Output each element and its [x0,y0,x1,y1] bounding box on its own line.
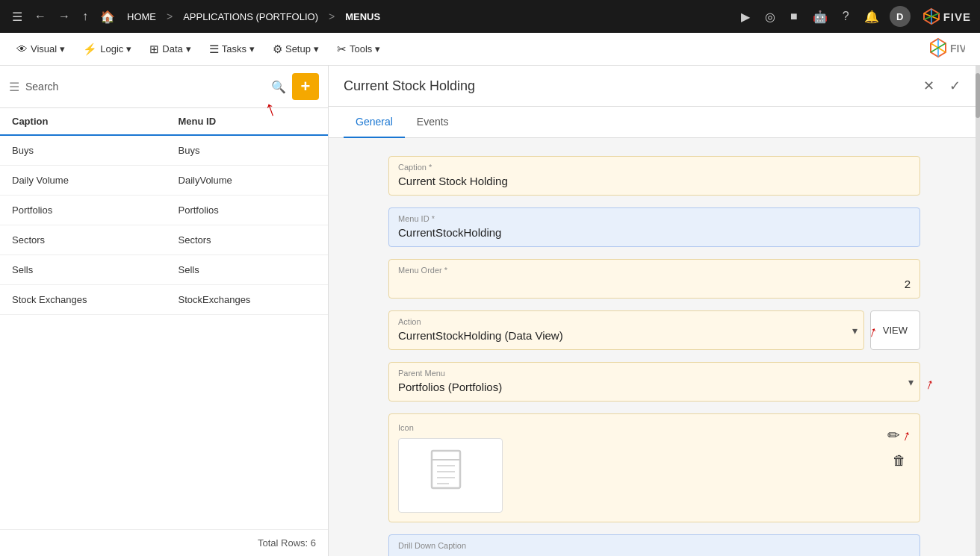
stop-icon[interactable]: ■ [786,10,802,23]
cell-menu-id: Buys [167,135,328,166]
breadcrumb-sep-2: > [329,10,335,22]
drill-down-value[interactable] [398,553,911,556]
svg-text:FIVE: FIVE [950,43,965,54]
toolbar-logic[interactable]: ⚡ Logic ▾ [75,38,139,60]
toolbar-setup[interactable]: ⚙ Setup ▾ [265,38,326,60]
panel-header: Current Stock Holding ✕ ✓ [329,66,980,107]
icon-delete-btn[interactable]: 🗑 [893,453,906,469]
user-avatar[interactable]: D [890,6,911,27]
right-panel: Current Stock Holding ✕ ✓ General Events… [329,66,980,556]
scrollbar-thumb[interactable] [976,73,980,118]
parent-menu-value[interactable]: Portfolios (Portfolios) [398,381,893,393]
tasks-icon: ☰ [209,43,219,56]
table-header: Caption Menu ID [0,108,328,135]
toolbar-visual[interactable]: 👁 Visual ▾ [9,38,72,60]
icon-edit-arrow: ↑ [900,425,913,444]
table-row[interactable]: Buys Buys [0,135,328,166]
menu-order-label: Menu Order * [398,266,911,275]
tab-general[interactable]: General [344,107,405,138]
parent-menu-chevron[interactable]: ▾ [908,376,914,388]
panel-title: Current Stock Holding [344,78,475,94]
main-content: ☰ 🔍 + ↑ Caption Menu ID Buys Buys Daily … [0,66,980,556]
search-input[interactable] [25,81,265,93]
five-logo: FIVE [922,7,971,25]
action-label: Action [398,317,837,326]
up-btn[interactable]: ↑ [79,7,91,26]
visual-chevron: ▾ [60,43,65,54]
menu-order-value[interactable]: 2 [398,278,911,290]
action-chevron[interactable]: ▾ [852,325,858,337]
search-bar: ☰ 🔍 + ↑ [0,66,328,108]
table-row[interactable]: Sectors Sectors [0,225,328,255]
list-footer: Total Rows: 6 [0,529,328,556]
icon-preview-svg [428,449,473,502]
tasks-label: Tasks [222,43,246,54]
app-label[interactable]: APPLICATIONS (PORTFOLIO) [180,11,321,22]
menu-order-field: Menu Order * 2 [388,259,920,299]
caption-value[interactable]: Current Stock Holding [398,175,911,187]
icon-label: Icon [398,423,875,432]
left-panel: ☰ 🔍 + ↑ Caption Menu ID Buys Buys Daily … [0,66,329,556]
back-btn[interactable]: ← [31,7,49,26]
drill-down-field: Drill Down Caption [388,534,920,556]
icon-preview [398,438,503,513]
cell-menu-id: Sectors [167,225,328,255]
parent-menu-wrap: Parent Menu Portfolios (Portfolios) ▾ ↑ [388,362,920,402]
current-label[interactable]: MENUS [342,11,383,22]
logic-chevron: ▾ [126,43,131,54]
menu-icon[interactable]: ☰ [9,7,25,27]
add-button[interactable]: + [292,73,319,100]
home-label[interactable]: HOME [124,11,159,22]
icon-field-content: Icon [398,423,875,513]
icon-edit-btn[interactable]: ✏ [887,426,900,444]
top-nav: ☰ ← → ↑ 🏠 HOME > APPLICATIONS (PORTFOLIO… [0,0,980,33]
cell-caption: Stock Exchanges [0,285,167,315]
home-icon[interactable]: 🏠 [97,7,118,27]
visual-icon: 👁 [16,43,28,55]
forward-btn[interactable]: → [55,7,73,26]
toolbar-five-logo: FIVE [928,37,965,61]
toolbar-tasks[interactable]: ☰ Tasks ▾ [202,38,262,60]
toolbar-tools[interactable]: ✂ Tools ▾ [329,38,388,60]
five-logo-text: FIVE [943,10,971,23]
caption-label: Caption * [398,163,911,172]
toolbar-data[interactable]: ⊞ Data ▾ [142,38,198,60]
cell-caption: Portfolios [0,196,167,225]
drill-down-label: Drill Down Caption [398,541,911,550]
bell-icon[interactable]: 🔔 [860,10,884,24]
tools-chevron: ▾ [375,43,380,54]
tools-icon: ✂ [337,43,347,56]
tools-label: Tools [350,43,372,54]
cell-caption: Daily Volume [0,166,167,196]
view-button[interactable]: VIEW [870,310,920,350]
robot-icon[interactable]: 🤖 [808,10,832,24]
panel-actions: ✕ ✓ [919,76,965,96]
confirm-btn[interactable]: ✓ [945,76,965,96]
play-icon[interactable]: ▶ [736,10,754,24]
logic-label: Logic [100,43,123,54]
action-value[interactable]: CurrentStockHolding (Data View) [398,329,837,342]
menu-id-field: Menu ID * CurrentStockHolding [388,207,920,247]
search-icon[interactable]: 🔍 [271,80,286,94]
table-row[interactable]: Portfolios Portfolios [0,196,328,225]
cell-caption: Buys [0,135,167,166]
tab-events[interactable]: Events [405,107,461,138]
col-menu-id: Menu ID [167,108,328,135]
filter-icon: ☰ [9,80,19,94]
icon-actions: ✏ ↑ 🗑 [887,423,911,469]
setup-label: Setup [285,43,311,54]
setup-icon: ⚙ [273,43,282,56]
table-row[interactable]: Daily Volume DailyVolume [0,166,328,196]
parent-menu-field: Parent Menu Portfolios (Portfolios) ▾ [388,362,920,402]
data-chevron: ▾ [186,43,191,54]
help-icon[interactable]: ? [838,10,854,23]
list-table: Caption Menu ID Buys Buys Daily Volume D… [0,108,328,315]
cell-caption: Sectors [0,225,167,255]
table-row[interactable]: Sells Sells [0,255,328,285]
close-btn[interactable]: ✕ [919,76,939,96]
data-icon: ⊞ [149,43,159,56]
table-row[interactable]: Stock Exchanges StockExchanges [0,285,328,315]
scrollbar[interactable] [976,66,980,556]
menu-id-value[interactable]: CurrentStockHolding [398,226,911,239]
search-circle-icon[interactable]: ◎ [760,10,780,24]
